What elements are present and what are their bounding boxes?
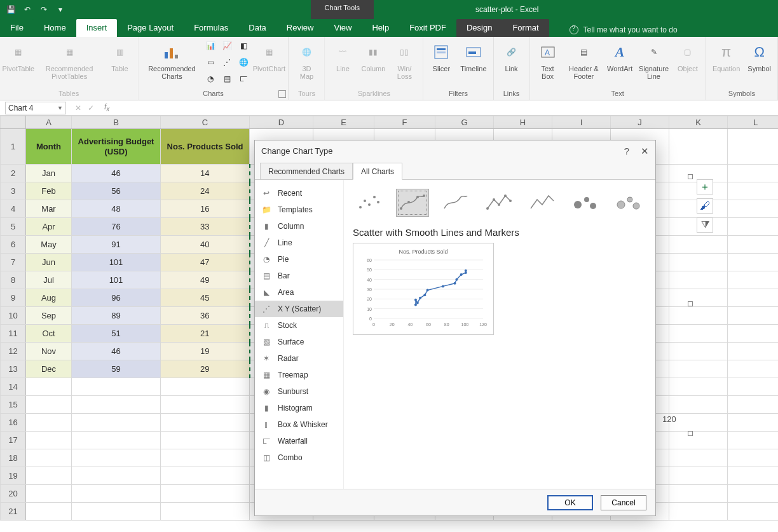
cancel-formula-icon[interactable]: ✕ xyxy=(75,104,81,113)
cell[interactable] xyxy=(161,485,250,503)
chart-gallery[interactable]: 📊 📈 ◧ ▭ ⋰ 🌐 ◔ ▤ ⫍ xyxy=(204,39,251,86)
cell[interactable] xyxy=(669,485,728,503)
row-header[interactable]: 21 xyxy=(1,503,26,521)
cell[interactable]: 33 xyxy=(161,218,250,236)
cell[interactable] xyxy=(26,503,72,521)
cell[interactable]: 46 xyxy=(72,343,161,360)
cell[interactable]: Dec xyxy=(26,360,72,378)
cell[interactable] xyxy=(728,449,779,467)
chart-styles-button[interactable]: 🖌 xyxy=(697,198,713,214)
cell[interactable] xyxy=(728,360,779,378)
cell[interactable]: 40 xyxy=(161,236,250,254)
cell[interactable] xyxy=(72,485,161,503)
cell[interactable] xyxy=(669,236,728,254)
redo-icon[interactable]: ↷ xyxy=(39,5,48,14)
pivottable-button[interactable]: ▦PivotTable xyxy=(4,39,33,74)
cell[interactable]: 59 xyxy=(72,360,161,378)
cell[interactable] xyxy=(728,182,779,200)
chart-type-stock[interactable]: ⎍Stock xyxy=(255,317,343,334)
table-button[interactable]: ▥Table xyxy=(106,39,134,74)
sparkline-column-button[interactable]: ▮▮Column xyxy=(359,39,387,74)
chevron-down-icon[interactable]: ▼ xyxy=(57,105,63,111)
chart-type-treemap[interactable]: ▦Treemap xyxy=(255,367,343,383)
cell[interactable]: Sep xyxy=(26,307,72,325)
cell[interactable]: 101 xyxy=(72,254,161,271)
cell[interactable]: 16 xyxy=(161,200,250,218)
dialog-tab-all[interactable]: All Charts xyxy=(353,163,402,180)
fx-icon[interactable]: fx xyxy=(100,102,113,113)
cell[interactable] xyxy=(669,396,728,414)
cell[interactable]: 49 xyxy=(161,271,250,289)
cell[interactable]: 96 xyxy=(72,289,161,307)
timeline-button[interactable]: Timeline xyxy=(458,39,489,74)
cell[interactable]: 45 xyxy=(161,289,250,307)
cell[interactable]: May xyxy=(26,236,72,254)
cell[interactable]: Apr xyxy=(26,218,72,236)
cell[interactable] xyxy=(72,467,161,485)
cell[interactable]: 19 xyxy=(161,343,250,360)
cell[interactable] xyxy=(161,449,250,467)
cell[interactable] xyxy=(26,432,72,449)
chart-type-list[interactable]: ↩Recent📁Templates▮Column╱Line◔Pie▤Bar◣Ar… xyxy=(255,180,344,489)
row-header[interactable]: 10 xyxy=(1,307,26,325)
row-header[interactable]: 7 xyxy=(1,254,26,271)
chart-type-box-whisker[interactable]: ⫿Box & Whisker xyxy=(255,416,343,433)
pivotchart-button[interactable]: ▦PivotChart xyxy=(254,39,284,74)
recommended-pivottables-button[interactable]: ▦Recommended PivotTables xyxy=(36,39,104,81)
cell[interactable] xyxy=(161,378,250,396)
chart-type-templates[interactable]: 📁Templates xyxy=(255,201,343,218)
cell[interactable]: Jan xyxy=(26,165,72,182)
scatter-subtype-straight-markers[interactable] xyxy=(482,189,515,217)
cell[interactable] xyxy=(161,396,250,414)
row-header[interactable]: 8 xyxy=(1,271,26,289)
column-header[interactable]: F xyxy=(374,116,435,129)
chart-type-x-y-scatter-[interactable]: ⋰X Y (Scatter) xyxy=(255,301,343,317)
cell[interactable] xyxy=(728,396,779,414)
cell[interactable] xyxy=(728,485,779,503)
3d-map-button[interactable]: 🌐3D Map xyxy=(292,39,320,81)
dialog-launcher-icon[interactable] xyxy=(278,90,286,98)
formula-input[interactable] xyxy=(113,102,778,114)
cell[interactable] xyxy=(728,325,779,343)
tab-review[interactable]: Review xyxy=(276,19,324,37)
cell[interactable] xyxy=(161,503,250,521)
cell[interactable] xyxy=(26,414,72,432)
tab-foxit[interactable]: Foxit PDF xyxy=(399,19,456,37)
column-header[interactable]: H xyxy=(494,116,552,129)
cell[interactable]: Jul xyxy=(26,271,72,289)
cell[interactable] xyxy=(728,271,779,289)
help-icon[interactable]: ? xyxy=(624,146,629,157)
cell[interactable] xyxy=(669,432,728,449)
row-header[interactable]: 13 xyxy=(1,360,26,378)
cell[interactable] xyxy=(72,503,161,521)
chart-type-surface[interactable]: ▧Surface xyxy=(255,334,343,350)
cell[interactable] xyxy=(728,343,779,360)
enter-formula-icon[interactable]: ✓ xyxy=(88,104,94,113)
column-header[interactable]: D xyxy=(250,116,313,129)
row-header[interactable]: 2 xyxy=(1,165,26,182)
cell[interactable] xyxy=(26,467,72,485)
bar-chart-icon[interactable]: ▤ xyxy=(221,72,233,85)
cell[interactable] xyxy=(728,378,779,396)
cell[interactable] xyxy=(728,414,779,432)
cell[interactable]: Mar xyxy=(26,200,72,218)
cell[interactable]: 21 xyxy=(161,325,250,343)
column-header[interactable]: E xyxy=(313,116,374,129)
row-header[interactable]: 6 xyxy=(1,236,26,254)
row-header[interactable]: 11 xyxy=(1,325,26,343)
cell[interactable]: Jun xyxy=(26,254,72,271)
recommended-charts-button[interactable]: Recommended Charts xyxy=(142,39,202,81)
cell[interactable] xyxy=(669,360,728,378)
column-header[interactable]: J xyxy=(611,116,669,129)
tab-data[interactable]: Data xyxy=(238,19,276,37)
row-header[interactable]: 5 xyxy=(1,218,26,236)
row-header[interactable]: 20 xyxy=(1,485,26,503)
symbol-button[interactable]: ΩSymbol xyxy=(745,39,774,74)
cell[interactable]: 47 xyxy=(161,254,250,271)
cell[interactable] xyxy=(728,432,779,449)
cell[interactable]: 46 xyxy=(72,165,161,182)
chart-type-pie[interactable]: ◔Pie xyxy=(255,251,343,268)
cell[interactable]: Nos. Products Sold xyxy=(161,129,250,165)
cell[interactable]: 91 xyxy=(72,236,161,254)
qat-more-icon[interactable]: ▾ xyxy=(56,5,65,14)
